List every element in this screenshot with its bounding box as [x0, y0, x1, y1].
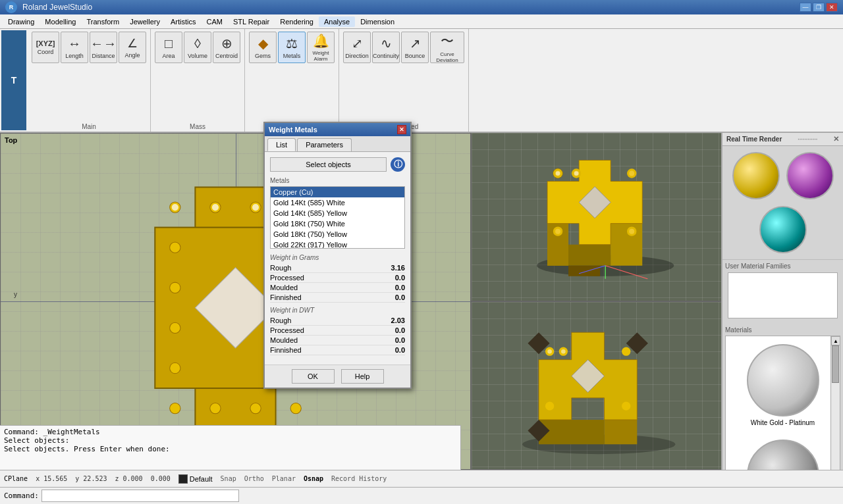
menu-cam[interactable]: CAM: [202, 16, 228, 27]
material-sphere-purple[interactable]: [786, 152, 834, 199]
tool-direction[interactable]: ⤢ Direction: [343, 32, 371, 63]
svg-point-9: [170, 322, 180, 333]
close-button[interactable]: ✕: [826, 3, 838, 12]
record-history-label[interactable]: Record History: [331, 475, 387, 482]
tool-curve-deviation[interactable]: 〜 Curve Deviation: [430, 32, 464, 63]
tab-list[interactable]: List: [267, 138, 296, 151]
toolbar-label-mass: Mass: [190, 123, 205, 130]
material-sphere-gold[interactable]: [732, 152, 780, 199]
tool-distance[interactable]: ←→ Distance: [90, 32, 117, 63]
materials-scrollbar[interactable]: ▲ ▼: [830, 336, 840, 470]
scroll-track: [831, 345, 840, 470]
material-swatch: [178, 474, 188, 484]
planar-label[interactable]: Planar: [272, 475, 296, 482]
metals-item-1[interactable]: Gold 14Kt (585) White: [271, 197, 404, 208]
tool-bounce-label: Bounce: [405, 53, 425, 59]
main-area: Top x y: [0, 133, 843, 470]
wd-processed-label: Processed: [270, 326, 304, 334]
material-label: Default: [190, 475, 213, 483]
toolbar-group-main: [XYZ] Coord ↔ Length ←→ Distance ∠ Angle…: [28, 29, 151, 132]
select-objects-button[interactable]: Select objects: [270, 157, 387, 172]
menu-analyse[interactable]: Analyse: [319, 16, 355, 27]
metals-item-3[interactable]: Gold 18Kt (750) White: [271, 218, 404, 229]
tool-volume[interactable]: ◊ Volume: [184, 32, 211, 63]
material-sphere-teal[interactable]: [759, 206, 807, 253]
menu-transform[interactable]: Transform: [81, 16, 124, 27]
metals-list[interactable]: Copper (Cu) Gold 14Kt (585) White Gold 1…: [270, 186, 405, 249]
toolbar-group-mass: □ Area ◊ Volume ⊕ Centroid Mass: [151, 29, 245, 132]
user-families-box[interactable]: [728, 272, 838, 318]
ortho-label[interactable]: Ortho: [244, 475, 264, 482]
menu-dimension[interactable]: Dimension: [355, 16, 400, 27]
help-button[interactable]: Help: [341, 369, 384, 384]
menu-rendering[interactable]: Rendering: [275, 16, 319, 27]
svg-point-19: [172, 204, 178, 211]
tab-parameters[interactable]: Parameters: [297, 138, 352, 151]
x-coord: x 15.565: [36, 475, 67, 482]
metals-item-2[interactable]: Gold 14Kt (585) Yellow: [271, 208, 404, 218]
user-families-title: User Material Families: [725, 263, 840, 270]
osnap-label[interactable]: Osnap: [304, 475, 323, 482]
tool-metals[interactable]: ⚖ Metals: [278, 32, 306, 63]
menu-stlrepair[interactable]: STL Repair: [228, 16, 275, 27]
tool-centroid[interactable]: ⊕ Centroid: [213, 32, 240, 63]
metals-item-4[interactable]: Gold 18Kt (750) Yellow: [271, 229, 404, 239]
svg-point-18: [290, 403, 301, 413]
material-sphere-1-container: White Gold - Platinum: [726, 336, 840, 432]
wg-finnished-value: 0.0: [395, 293, 405, 301]
tool-coord[interactable]: [XYZ] Coord: [32, 32, 59, 63]
metals-item-0[interactable]: Copper (Cu): [271, 187, 404, 197]
right-top-viewport[interactable]: [472, 133, 721, 301]
toolbar-row-weight: ◆ Gems ⚖ Metals 🔔 Weight Alarm: [249, 32, 335, 63]
materials-scroll-area[interactable]: White Gold - Platinum ▲ ▼: [725, 336, 840, 470]
info-icon[interactable]: ⓘ: [391, 157, 405, 172]
tool-volume-label: Volume: [188, 53, 207, 59]
scroll-thumb[interactable]: [832, 345, 839, 383]
toolbar-label-main: Main: [82, 123, 96, 130]
svg-point-36: [629, 170, 634, 176]
scroll-up-button[interactable]: ▲: [831, 336, 840, 345]
panel-title-text: Real Time Render: [726, 136, 782, 143]
svg-point-8: [170, 282, 180, 293]
minimize-button[interactable]: —: [800, 3, 811, 12]
right-panel: Real Time Render ············ ✕ User Mat…: [721, 133, 843, 470]
val-display: 0.000: [151, 475, 171, 482]
tool-gems[interactable]: ◆ Gems: [249, 32, 277, 63]
restore-button[interactable]: ❐: [813, 3, 825, 12]
menu-jewellery[interactable]: Jewellery: [124, 16, 165, 27]
material-sphere-platinum[interactable]: [747, 440, 819, 470]
svg-point-16: [210, 403, 221, 413]
snap-label[interactable]: Snap: [221, 475, 236, 482]
metals-item-5[interactable]: Gold 22Kt (917) Yellow: [271, 239, 404, 249]
svg-point-10: [170, 363, 180, 373]
material-sphere-whitegold[interactable]: [747, 344, 819, 416]
tool-angle[interactable]: ∠ Angle: [119, 32, 146, 63]
toolbar-group-advanced: ⤢ Direction ∿ Continuity ↗ Bounce 〜 Curv…: [339, 29, 469, 132]
wd-processed-value: 0.0: [395, 326, 405, 334]
menu-modelling[interactable]: Modelling: [40, 16, 81, 27]
wd-rough-value: 2.03: [391, 316, 405, 324]
panel-close-icon[interactable]: ✕: [833, 135, 839, 143]
right-bottom-jewelry-svg: [472, 302, 721, 470]
tool-continuity[interactable]: ∿ Continuity: [372, 32, 400, 63]
dialog-close-button[interactable]: ✕: [397, 125, 406, 134]
wg-rough-value: 3.16: [391, 264, 405, 272]
tool-weight-alarm[interactable]: 🔔 Weight Alarm: [307, 32, 335, 63]
tool-bounce[interactable]: ↗ Bounce: [401, 32, 429, 63]
panel-title-render: Real Time Render ············ ✕: [722, 133, 843, 146]
tool-area[interactable]: □ Area: [155, 32, 182, 63]
weight-dwt-title: Weight in DWT: [270, 307, 405, 314]
titlebar-controls[interactable]: — ❐ ✕: [800, 3, 838, 12]
menu-artistics[interactable]: Artistics: [165, 16, 202, 27]
tool-length[interactable]: ↔ Length: [61, 32, 88, 63]
weight-dwt-rough: Rough 2.03: [270, 316, 405, 326]
right-bottom-viewport[interactable]: [472, 301, 721, 470]
tool-continuity-label: Continuity: [373, 53, 399, 59]
ok-button[interactable]: OK: [292, 369, 335, 384]
menu-drawing[interactable]: Drawing: [3, 16, 40, 27]
wd-moulded-value: 0.0: [395, 336, 405, 344]
weight-grams-processed: Processed 0.0: [270, 273, 405, 283]
wg-processed-label: Processed: [270, 274, 304, 282]
svg-point-20: [212, 204, 219, 211]
command-input[interactable]: [41, 490, 239, 502]
